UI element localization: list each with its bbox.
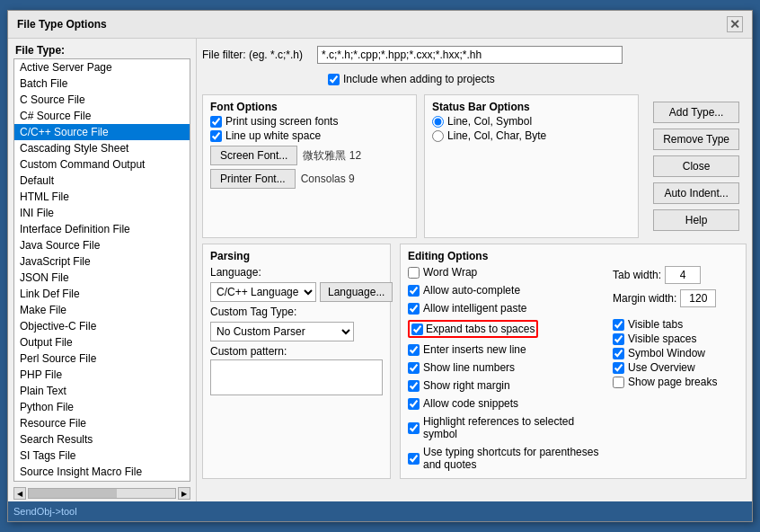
close-button[interactable]: Close bbox=[653, 155, 739, 177]
word-wrap-checkbox[interactable] bbox=[408, 267, 420, 279]
margin-width-input[interactable] bbox=[680, 289, 716, 307]
file-list-item[interactable]: Perl Source File bbox=[14, 350, 190, 367]
close-window-button[interactable]: ✕ bbox=[727, 16, 743, 32]
visible-tabs-checkbox[interactable] bbox=[613, 319, 624, 331]
show-right-margin-row: Show right margin bbox=[408, 379, 604, 392]
scrollbar-track[interactable] bbox=[28, 488, 176, 499]
status-radio-2: Line, Col, Char, Byte bbox=[432, 129, 631, 142]
filter-input[interactable] bbox=[317, 46, 623, 64]
remove-type-button[interactable]: Remove Type bbox=[653, 129, 739, 150]
status-radio-line-col-symbol[interactable] bbox=[432, 116, 444, 128]
file-list-item[interactable]: C/C++ Source File bbox=[14, 124, 190, 140]
file-list-item[interactable]: C Source File bbox=[14, 92, 190, 108]
file-list-item[interactable]: C# Source File bbox=[14, 108, 190, 124]
file-list-item[interactable]: Batch File bbox=[14, 75, 190, 92]
status-label-1: Line, Col, Symbol bbox=[447, 115, 532, 128]
show-line-numbers-label: Show line numbers bbox=[423, 361, 515, 374]
print-screen-fonts-checkbox[interactable] bbox=[210, 116, 222, 128]
status-bar-label: Status Bar Options bbox=[432, 101, 631, 113]
symbol-window-checkbox[interactable] bbox=[613, 348, 624, 359]
typing-shortcuts-checkbox[interactable] bbox=[408, 453, 420, 465]
add-type-button[interactable]: Add Type... bbox=[653, 102, 739, 123]
allow-autocomplete-row: Allow auto-complete bbox=[408, 284, 604, 297]
status-radio-line-col-char[interactable] bbox=[432, 130, 444, 142]
expand-tabs-label: Expand tabs to spaces bbox=[426, 323, 535, 335]
file-list-item[interactable]: Java Source File bbox=[14, 237, 190, 253]
auto-indent-button[interactable]: Auto Indent... bbox=[653, 182, 739, 204]
font-options-section: Font Options Print using screen fonts Li… bbox=[202, 94, 417, 238]
help-button[interactable]: Help bbox=[653, 209, 739, 231]
file-list-item[interactable]: Python File bbox=[14, 399, 190, 415]
file-list-item[interactable]: Source Insight Macro File bbox=[14, 464, 190, 480]
scrollbar-area: ◀ ▶ bbox=[8, 485, 196, 501]
file-list-item[interactable]: Custom Command Output bbox=[14, 156, 190, 173]
filter-row: File filter: (eg. *.c;*.h) bbox=[202, 46, 747, 64]
tab-width-row: Tab width: bbox=[613, 266, 738, 284]
show-line-numbers-checkbox[interactable] bbox=[408, 362, 420, 374]
symbol-window-row: Symbol Window bbox=[613, 347, 738, 359]
visible-spaces-checkbox[interactable] bbox=[613, 333, 624, 345]
file-list-item[interactable]: PHP File bbox=[14, 367, 190, 383]
expand-tabs-checkbox[interactable] bbox=[411, 324, 423, 335]
use-overview-checkbox[interactable] bbox=[613, 362, 624, 374]
include-projects-checkbox[interactable] bbox=[328, 74, 340, 85]
use-overview-row: Use Overview bbox=[613, 361, 738, 374]
tab-width-input[interactable] bbox=[665, 266, 701, 284]
printer-font-row: Printer Font... Consolas 9 bbox=[210, 169, 409, 189]
show-page-breaks-row: Show page breaks bbox=[613, 376, 738, 388]
line-up-whitespace-checkbox[interactable] bbox=[210, 130, 222, 142]
word-wrap-row: Word Wrap bbox=[408, 266, 604, 279]
editing-col-left: Word Wrap Allow auto-complete Allow inte… bbox=[408, 264, 604, 473]
highlight-refs-checkbox[interactable] bbox=[408, 422, 420, 434]
file-list-item[interactable]: Resource File bbox=[14, 415, 190, 431]
symbol-window-label: Symbol Window bbox=[628, 347, 705, 359]
editing-section: Editing Options Word Wrap Allow auto-com… bbox=[400, 244, 747, 479]
allow-code-snippets-checkbox[interactable] bbox=[408, 398, 420, 410]
file-list-item[interactable]: INI File bbox=[14, 205, 190, 221]
language-button[interactable]: Language... bbox=[320, 282, 393, 302]
allow-autocomplete-checkbox[interactable] bbox=[408, 285, 420, 297]
language-select[interactable]: C/C++ Language bbox=[210, 282, 316, 302]
tab-width-label: Tab width: bbox=[613, 269, 661, 281]
file-list-item[interactable]: Search Results bbox=[14, 431, 190, 448]
font-options-label: Font Options bbox=[210, 101, 409, 113]
show-right-margin-checkbox[interactable] bbox=[408, 380, 420, 392]
custom-tag-select[interactable]: No Custom Parser bbox=[210, 322, 354, 341]
visible-spaces-row: Visible spaces bbox=[613, 332, 738, 345]
file-list-item[interactable]: SI Tags File bbox=[14, 448, 190, 464]
typing-shortcuts-label: Use typing shortcuts for parentheses and… bbox=[423, 446, 604, 471]
file-list-item[interactable]: HTML File bbox=[14, 189, 190, 205]
show-page-breaks-label: Show page breaks bbox=[628, 376, 717, 388]
status-bar-section: Status Bar Options Line, Col, Symbol Lin… bbox=[424, 94, 639, 238]
file-list-item[interactable]: Active Server Page bbox=[14, 59, 190, 75]
file-list-item[interactable]: Default bbox=[14, 173, 190, 189]
expand-tabs-highlight: Expand tabs to spaces bbox=[408, 320, 538, 338]
printer-font-button[interactable]: Printer Font... bbox=[210, 169, 296, 189]
margin-width-label: Margin width: bbox=[613, 292, 676, 305]
highlight-refs-label: Highlight references to selected symbol bbox=[423, 415, 604, 440]
custom-pattern-input[interactable] bbox=[210, 359, 383, 395]
file-list-item[interactable]: Cascading Style Sheet bbox=[14, 140, 190, 156]
line-up-whitespace-label: Line up white space bbox=[225, 129, 321, 142]
file-list-item[interactable]: Interface Definition File bbox=[14, 221, 190, 237]
file-list-item[interactable]: JSON File bbox=[14, 270, 190, 286]
file-list-item[interactable]: Output File bbox=[14, 334, 190, 350]
screen-font-name: 微软雅黑 12 bbox=[303, 148, 361, 164]
file-list-item[interactable]: Make File bbox=[14, 302, 190, 318]
file-list-item[interactable]: Objective-C File bbox=[14, 318, 190, 334]
file-type-list[interactable]: Active Server PageBatch FileC Source Fil… bbox=[13, 58, 190, 482]
allow-intelligent-paste-checkbox[interactable] bbox=[408, 303, 420, 315]
scroll-right-btn[interactable]: ▶ bbox=[178, 487, 190, 500]
bottom-bar: SendObj->tool bbox=[8, 501, 752, 521]
title-bar: File Type Options ✕ bbox=[8, 11, 752, 39]
scroll-left-btn[interactable]: ◀ bbox=[13, 487, 26, 500]
show-page-breaks-checkbox[interactable] bbox=[613, 377, 624, 388]
file-list-item[interactable]: Plain Text bbox=[14, 383, 190, 399]
file-list-item[interactable]: Link Def File bbox=[14, 286, 190, 302]
file-list-item[interactable]: JavaScript File bbox=[14, 253, 190, 270]
enter-inserts-checkbox[interactable] bbox=[408, 344, 420, 356]
allow-intelligent-paste-label: Allow intelligent paste bbox=[423, 302, 526, 315]
screen-font-button[interactable]: Screen Font... bbox=[210, 146, 297, 165]
margin-width-row: Margin width: bbox=[613, 289, 738, 307]
file-type-label: File Type: bbox=[8, 39, 196, 58]
